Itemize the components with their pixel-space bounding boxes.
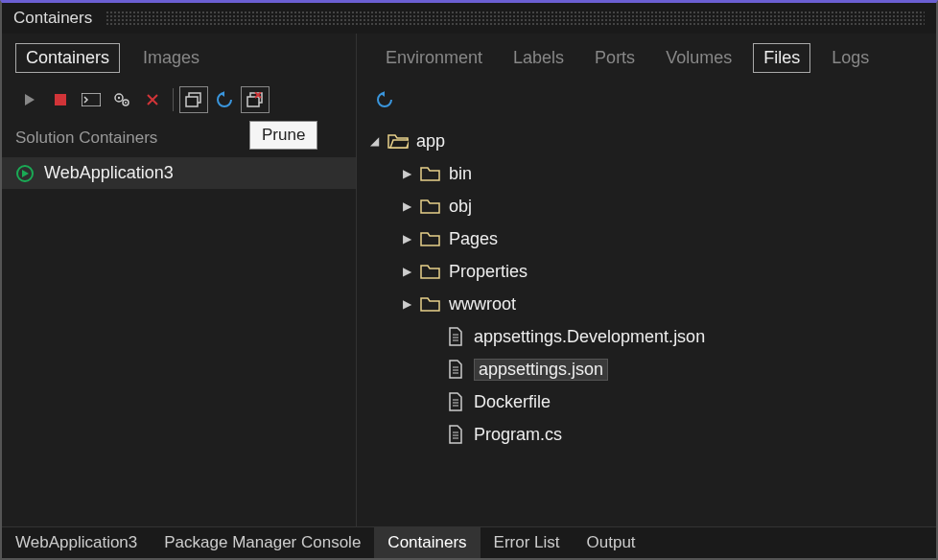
file-icon bbox=[445, 392, 466, 411]
tree-folder[interactable]: ▶Properties bbox=[368, 255, 936, 288]
folder-open-icon bbox=[387, 131, 409, 151]
right-tabs: Environment Labels Ports Volumes Files L… bbox=[357, 34, 936, 82]
caret-right-icon: ▶ bbox=[401, 297, 412, 311]
toolbar-separator bbox=[173, 88, 174, 111]
tree-label: wwwroot bbox=[449, 294, 516, 315]
caret-right-icon: ▶ bbox=[401, 265, 412, 278]
left-tabs: Containers Images bbox=[2, 34, 356, 82]
right-panel: Environment Labels Ports Volumes Files L… bbox=[357, 34, 936, 526]
bottom-tabs: WebApplication3 Package Manager Console … bbox=[2, 526, 936, 558]
tree-folder-root[interactable]: ◢app bbox=[368, 125, 936, 157]
x-icon bbox=[146, 93, 159, 106]
bottom-tab-webapp[interactable]: WebApplication3 bbox=[2, 527, 151, 558]
tree-folder[interactable]: ▶obj bbox=[368, 190, 936, 222]
tab-labels[interactable]: Labels bbox=[504, 44, 574, 72]
bottom-tab-errorlist[interactable]: Error List bbox=[481, 527, 574, 558]
tab-logs[interactable]: Logs bbox=[822, 44, 879, 72]
solution-item[interactable]: WebApplication3 bbox=[2, 157, 356, 189]
svg-rect-1 bbox=[55, 94, 66, 105]
tree-file[interactable]: ▶appsettings.Development.json bbox=[368, 320, 936, 353]
main-area: Containers Images bbox=[2, 34, 936, 526]
svg-rect-8 bbox=[186, 97, 198, 106]
tree-label: Properties bbox=[449, 262, 528, 282]
bottom-tab-output[interactable]: Output bbox=[574, 527, 649, 558]
tab-images[interactable]: Images bbox=[133, 44, 209, 72]
titlebar-drag-area[interactable] bbox=[106, 11, 925, 26]
prune-icon bbox=[246, 92, 264, 107]
tree-file[interactable]: ▶Program.cs bbox=[368, 418, 936, 451]
tree-label: app bbox=[416, 131, 445, 152]
running-icon bbox=[15, 164, 35, 183]
refresh-files-button[interactable] bbox=[370, 86, 399, 113]
stop-button[interactable] bbox=[46, 86, 75, 113]
tab-ports[interactable]: Ports bbox=[585, 44, 645, 72]
svg-marker-14 bbox=[381, 91, 385, 97]
prune-tooltip: Prune bbox=[249, 121, 317, 150]
tab-environment[interactable]: Environment bbox=[376, 44, 492, 72]
caret-right-icon: ▶ bbox=[401, 232, 412, 245]
window-titlebar: Containers bbox=[2, 3, 936, 34]
refresh-icon bbox=[216, 91, 233, 108]
terminal-icon bbox=[82, 93, 101, 106]
left-toolbar: Prune bbox=[2, 82, 356, 121]
folder-icon bbox=[420, 229, 441, 248]
svg-marker-0 bbox=[25, 94, 35, 105]
svg-rect-2 bbox=[82, 93, 101, 106]
caret-right-icon: ▶ bbox=[401, 167, 412, 180]
svg-point-6 bbox=[125, 102, 127, 104]
file-icon bbox=[445, 327, 466, 346]
refresh-button[interactable] bbox=[210, 86, 239, 113]
prune-button[interactable] bbox=[241, 86, 270, 113]
caret-down-icon: ◢ bbox=[368, 134, 380, 148]
svg-point-4 bbox=[118, 97, 120, 99]
tab-containers[interactable]: Containers bbox=[15, 43, 120, 73]
tree-file[interactable]: ▶Dockerfile bbox=[368, 385, 936, 418]
tree-label: obj bbox=[449, 197, 472, 217]
solution-item-label: WebApplication3 bbox=[44, 163, 174, 183]
tree-folder[interactable]: ▶Pages bbox=[368, 222, 936, 255]
refresh-icon bbox=[376, 91, 393, 108]
folder-icon bbox=[420, 164, 441, 183]
file-tree: ◢app▶bin▶obj▶Pages▶Properties▶wwwroot▶ap… bbox=[357, 121, 936, 526]
open-button[interactable] bbox=[179, 86, 208, 113]
terminal-button[interactable] bbox=[77, 86, 106, 113]
tree-label: Program.cs bbox=[474, 425, 562, 445]
tree-folder[interactable]: ▶wwwroot bbox=[368, 288, 936, 320]
tree-label: appsettings.json bbox=[474, 359, 608, 381]
tree-label: appsettings.Development.json bbox=[474, 327, 705, 347]
tree-file[interactable]: ▶appsettings.json bbox=[368, 353, 936, 385]
tab-volumes[interactable]: Volumes bbox=[656, 44, 741, 72]
windows-icon bbox=[185, 92, 202, 107]
remove-button[interactable] bbox=[138, 86, 167, 113]
right-toolbar bbox=[357, 82, 936, 121]
tree-label: Pages bbox=[449, 229, 498, 249]
gears-icon bbox=[113, 92, 130, 107]
svg-marker-13 bbox=[22, 170, 29, 177]
bottom-tab-containers[interactable]: Containers bbox=[374, 527, 480, 558]
tree-folder[interactable]: ▶bin bbox=[368, 157, 936, 190]
bottom-tab-pmc[interactable]: Package Manager Console bbox=[151, 527, 374, 558]
play-button[interactable] bbox=[15, 86, 44, 113]
file-icon bbox=[445, 360, 466, 379]
folder-icon bbox=[420, 262, 441, 281]
window-title: Containers bbox=[13, 9, 92, 28]
tab-files[interactable]: Files bbox=[753, 43, 810, 73]
caret-right-icon: ▶ bbox=[401, 199, 412, 213]
settings-button[interactable] bbox=[107, 86, 136, 113]
folder-icon bbox=[420, 294, 441, 314]
folder-icon bbox=[420, 197, 441, 216]
svg-marker-9 bbox=[221, 91, 224, 97]
tree-label: Dockerfile bbox=[474, 392, 551, 412]
tree-label: bin bbox=[449, 164, 472, 184]
stop-icon bbox=[54, 93, 67, 106]
file-icon bbox=[445, 425, 466, 444]
play-icon bbox=[23, 93, 36, 106]
svg-rect-11 bbox=[247, 97, 259, 106]
left-panel: Containers Images bbox=[2, 34, 357, 526]
